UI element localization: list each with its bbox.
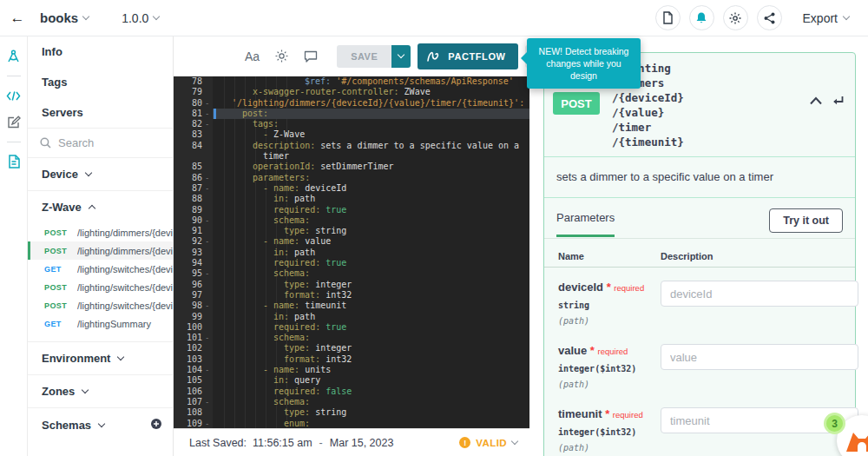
code-line[interactable]: 109-enum: bbox=[174, 419, 529, 429]
section-zones[interactable]: Zones bbox=[28, 375, 173, 407]
design-compass-icon[interactable] bbox=[6, 49, 22, 64]
code-text: required: true bbox=[213, 322, 529, 333]
operation-block: POST /lighting/dimmers/{deviceId}/{value… bbox=[543, 52, 856, 456]
fold-marker[interactable]: - bbox=[205, 236, 213, 247]
code-line[interactable]: 88in: path bbox=[174, 194, 529, 204]
code-line[interactable]: 91type: string bbox=[174, 226, 529, 236]
parameter-row: value * requiredinteger($int32)(path) bbox=[544, 331, 855, 394]
sidebar-item-info[interactable]: Info bbox=[28, 36, 173, 67]
fold-marker[interactable]: - bbox=[205, 183, 213, 194]
fold-marker[interactable]: - bbox=[205, 333, 213, 343]
code-line[interactable]: timer bbox=[174, 151, 529, 162]
documentation-file-icon[interactable] bbox=[6, 154, 22, 169]
save-button[interactable]: SAVE bbox=[337, 45, 391, 68]
code-line[interactable]: 102type: integer bbox=[174, 343, 529, 354]
code-line[interactable]: 107-schema: bbox=[174, 397, 529, 407]
code-line[interactable]: 87-- name: deviceId bbox=[174, 183, 529, 194]
document-button[interactable] bbox=[655, 5, 681, 30]
fold-marker bbox=[205, 226, 213, 236]
api-name-dropdown[interactable]: books bbox=[40, 10, 89, 25]
add-schema-button[interactable] bbox=[150, 418, 162, 433]
code-line[interactable]: 99in: path bbox=[174, 312, 529, 322]
code-line[interactable]: 96type: integer bbox=[174, 280, 529, 290]
code-line[interactable]: 106required: false bbox=[174, 387, 529, 397]
version-dropdown[interactable]: 1.0.0 bbox=[122, 11, 159, 25]
code-line[interactable]: 108type: string bbox=[174, 407, 529, 418]
fold-marker[interactable]: - bbox=[205, 173, 213, 183]
endpoint-item[interactable]: POST/lighting/switches/{deviceId bbox=[28, 278, 173, 296]
section-zwave[interactable]: Z-Wave bbox=[28, 191, 173, 223]
settings-button[interactable] bbox=[723, 5, 748, 30]
code-line[interactable]: 80-'/lighting/dimmers/{deviceId}/{value}… bbox=[174, 98, 529, 109]
parameters-tab[interactable]: Parameters bbox=[556, 211, 615, 237]
parameter-input[interactable] bbox=[661, 344, 858, 370]
section-schemas[interactable]: Schemas bbox=[28, 408, 173, 442]
code-line[interactable]: 79x-swagger-router-controller: ZWave bbox=[174, 87, 529, 97]
fold-marker[interactable]: - bbox=[205, 301, 213, 311]
line-number: 90 bbox=[174, 215, 205, 226]
export-dropdown[interactable]: Export bbox=[803, 11, 849, 25]
edit-pencil-icon[interactable] bbox=[6, 115, 22, 130]
section-device[interactable]: Device bbox=[28, 158, 173, 190]
code-line[interactable]: 98-- name: timeunit bbox=[174, 301, 529, 311]
parameter-description bbox=[661, 344, 858, 389]
fold-marker[interactable]: - bbox=[205, 109, 213, 119]
code-line[interactable]: 100required: true bbox=[174, 322, 529, 333]
yaml-code-editor[interactable]: 78$ref: '#/components/schemas/ApiRespons… bbox=[174, 76, 529, 428]
try-it-out-button[interactable]: Try it out bbox=[769, 208, 843, 233]
search-box[interactable] bbox=[28, 129, 173, 158]
endpoint-item[interactable]: POST/lighting/dimmers/{deviceId bbox=[28, 223, 173, 241]
code-line[interactable]: 101-schema: bbox=[174, 333, 529, 343]
code-line[interactable]: 86-parameters: bbox=[174, 173, 529, 183]
code-line[interactable]: 104-- name: units bbox=[174, 365, 529, 375]
endpoint-item[interactable]: GET/lightingSummary bbox=[28, 314, 173, 333]
pactflow-button[interactable]: PACTFLOW bbox=[418, 43, 517, 69]
text-cursor bbox=[214, 109, 216, 119]
fold-marker[interactable]: - bbox=[205, 98, 213, 109]
last-saved-label: Last Saved: bbox=[189, 437, 247, 449]
back-arrow-icon[interactable]: ← bbox=[0, 10, 35, 27]
code-line[interactable]: 95-schema: bbox=[174, 268, 529, 279]
parameter-input[interactable] bbox=[661, 281, 858, 307]
code-line[interactable]: 94required: true bbox=[174, 258, 529, 268]
fold-marker[interactable]: - bbox=[205, 419, 213, 429]
fold-marker[interactable]: - bbox=[205, 397, 213, 407]
fold-marker[interactable]: - bbox=[205, 268, 213, 279]
endpoint-item[interactable]: GET/lighting/switches/{deviceId bbox=[28, 260, 173, 278]
code-line[interactable]: 85operationId: setDimmerTimer bbox=[174, 162, 529, 172]
endpoint-item[interactable]: POST/lighting/switches/{deviceId bbox=[28, 296, 173, 314]
code-line[interactable]: 90-schema: bbox=[174, 215, 529, 226]
parameters-table: deviceId * requiredstring(path)value * r… bbox=[544, 268, 855, 456]
endpoint-item[interactable]: POST/lighting/dimmers/{deviceId bbox=[28, 241, 173, 260]
fold-marker[interactable]: - bbox=[205, 365, 213, 375]
code-line[interactable]: 89required: true bbox=[174, 205, 529, 215]
line-number: 88 bbox=[174, 194, 205, 204]
code-line[interactable]: 81-post: bbox=[174, 109, 529, 119]
code-line[interactable]: 82-tags: bbox=[174, 119, 529, 129]
code-text: post: bbox=[213, 109, 529, 119]
code-line[interactable]: 83- Z-Wave bbox=[174, 129, 529, 140]
sidebar-item-tags[interactable]: Tags bbox=[28, 67, 173, 97]
section-environment[interactable]: Environment bbox=[28, 342, 173, 374]
validation-dropdown[interactable]: ! VALID bbox=[459, 437, 517, 448]
fold-marker[interactable]: - bbox=[205, 215, 213, 226]
comments-button[interactable] bbox=[304, 50, 318, 63]
code-line[interactable]: 103format: int32 bbox=[174, 354, 529, 365]
jump-to-definition-icon[interactable] bbox=[832, 96, 845, 107]
save-options-button[interactable] bbox=[391, 45, 411, 68]
code-line[interactable]: 78$ref: '#/components/schemas/ApiRespons… bbox=[174, 76, 529, 87]
fold-marker[interactable]: - bbox=[205, 119, 213, 129]
code-line[interactable]: 105in: query bbox=[174, 375, 529, 386]
theme-brightness-button[interactable] bbox=[275, 50, 288, 63]
sidebar-item-servers[interactable]: Servers bbox=[28, 97, 173, 128]
code-line[interactable]: 93in: path bbox=[174, 248, 529, 258]
code-line[interactable]: 97format: int32 bbox=[174, 290, 529, 301]
font-size-button[interactable]: Aa bbox=[245, 50, 260, 63]
search-input[interactable] bbox=[58, 136, 154, 149]
collapse-chevron-up-icon[interactable] bbox=[809, 96, 823, 106]
code-line[interactable]: 92-- name: value bbox=[174, 236, 529, 247]
notifications-button[interactable] bbox=[689, 5, 714, 30]
code-line[interactable]: 84description: sets a dimmer to a specif… bbox=[174, 141, 529, 151]
code-editor-icon[interactable] bbox=[6, 88, 22, 103]
share-button[interactable] bbox=[757, 5, 782, 30]
